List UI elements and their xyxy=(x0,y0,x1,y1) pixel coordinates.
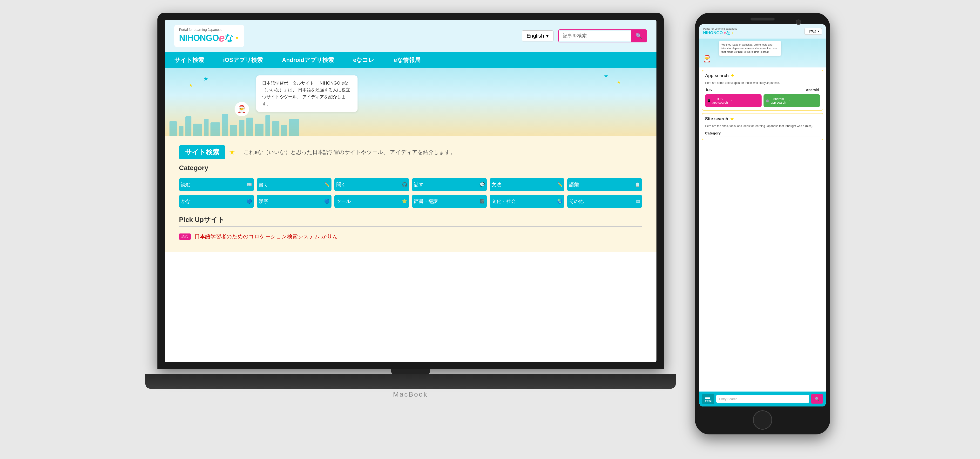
search-submit-button[interactable]: 🔍 xyxy=(631,30,646,42)
site-search-inner: Site search ★ Here are the sites, tools,… xyxy=(702,113,823,140)
cat-label: 語彙 xyxy=(569,181,579,188)
kana-icon: 🔵 xyxy=(247,199,252,204)
section-title-box: サイト検索 xyxy=(179,145,225,159)
deco-star-4: ★ xyxy=(617,80,620,85)
cat-label: 読む xyxy=(181,181,191,188)
ios-platform-label: iOS xyxy=(706,88,712,92)
phone-nihongo: NIHONGO xyxy=(703,30,724,35)
header-right: English ▾ 🔍 xyxy=(522,29,647,43)
building-5 xyxy=(204,119,208,136)
nav-item-android[interactable]: Androidアプリ検索 xyxy=(272,52,344,68)
logo-main: NIHONGO e な ✦ xyxy=(179,32,240,44)
app-search-section: App search ★ Here are some useful apps f… xyxy=(702,70,823,111)
nav-item-site-search[interactable]: サイト検索 xyxy=(165,52,213,68)
cat-label: かな xyxy=(181,198,191,205)
chat-icon: 💬 xyxy=(479,182,485,187)
search-input[interactable] xyxy=(559,30,631,41)
cat-btn-tools[interactable]: ツール ⭐ xyxy=(334,195,409,208)
logo-box: Portal for Learning Japanese NIHONGO e な… xyxy=(174,25,245,47)
building-2 xyxy=(179,126,183,136)
app-search-title-bar: App search ★ xyxy=(705,73,820,78)
cat-label: 書く xyxy=(259,181,268,188)
entry-search-placeholder: Entry Search xyxy=(719,397,737,401)
building-7 xyxy=(222,114,228,136)
cat-label: 漢字 xyxy=(259,198,268,205)
cat-btn-bunpo[interactable]: 文法 ✏️ xyxy=(490,178,564,191)
site-header: Portal for Learning Japanese NIHONGO e な… xyxy=(165,20,657,52)
macbook-label: MacBook xyxy=(393,391,428,398)
cat-btn-hanasu[interactable]: 話す 💬 xyxy=(412,178,487,191)
menu-line-2 xyxy=(705,397,710,397)
section-desc: これeな（いいな）と思った日本語学習のサイトやツール、 アイディアを紹介します。 xyxy=(244,149,456,156)
vocab-icon: 📋 xyxy=(635,182,640,187)
android-app-search-button[interactable]: 🤖 Androidapp search → xyxy=(764,94,820,107)
cat-label: 文化・社会 xyxy=(492,198,515,205)
phone-search-submit-button[interactable]: 🔍 xyxy=(811,394,823,403)
tools-icon: ⭐ xyxy=(402,199,407,204)
ios-app-search-button[interactable]: 📱 iOSapp search → xyxy=(705,94,762,107)
building-15 xyxy=(289,119,299,136)
menu-label: menu xyxy=(705,400,712,402)
cat-btn-other[interactable]: その他 ▦ xyxy=(567,195,642,208)
arrow-right-icon: → xyxy=(729,99,732,102)
pickup-section: Pick Upサイト 読む 日本語学習者のためのコロケーション検索システム かり… xyxy=(179,215,642,243)
mascot-body: 🎅 xyxy=(235,102,249,116)
arrow-right-icon-2: → xyxy=(788,99,791,102)
cat-btn-kanji[interactable]: 漢字 🔵 xyxy=(257,195,331,208)
kanji-icon: 🔵 xyxy=(324,199,329,204)
phone-speech-bubble: We tried loads of websites, online tools… xyxy=(719,41,781,56)
mascot: 🎅 xyxy=(235,102,254,121)
building-6 xyxy=(210,122,220,136)
phone-mascot: 🎅 xyxy=(703,55,711,63)
site-search-title-bar: Site search ★ xyxy=(705,116,820,121)
logo-e: e xyxy=(219,32,225,44)
nav-item-ios[interactable]: iOSアプリ検索 xyxy=(213,52,272,68)
phone-language-button[interactable]: 日本語 ▾ xyxy=(805,28,822,35)
search-bar: 🔍 xyxy=(558,29,647,43)
grammar-icon: ✏️ xyxy=(557,182,562,187)
phone-entry-search: Entry Search xyxy=(716,395,809,403)
book-icon: 📖 xyxy=(247,182,252,187)
app-search-inner: App search ★ Here are some useful apps f… xyxy=(702,70,823,110)
pickup-link[interactable]: 日本語学習者のためのコロケーション検索システム かりん xyxy=(194,233,338,240)
building-14 xyxy=(282,125,287,136)
cat-btn-kiku[interactable]: 聞く 🎧 xyxy=(334,178,409,191)
deco-star-2: ★ xyxy=(189,83,192,88)
dict-icon: 📓 xyxy=(479,199,485,204)
building-4 xyxy=(193,124,202,136)
phone-home-button[interactable] xyxy=(753,410,772,430)
building-12 xyxy=(266,115,270,136)
nav-item-ecollect[interactable]: eなコレ xyxy=(344,52,384,68)
cat-btn-kana[interactable]: かな 🔵 xyxy=(179,195,254,208)
phone-body: Portal for Learning Japanese NIHONGO eな … xyxy=(695,13,830,434)
other-icon: ▦ xyxy=(636,199,640,204)
headphone-icon: 🎧 xyxy=(402,182,407,187)
site-search-desc: Here are the sites, tools, and ideas for… xyxy=(705,124,820,128)
phone-camera-icon xyxy=(796,19,801,25)
cat-label: 話す xyxy=(414,181,423,188)
main-content: サイト検索 ★ これeな（いいな）と思った日本語学習のサイトやツール、 アイディ… xyxy=(165,136,657,252)
cat-btn-dictionary[interactable]: 辞書・翻訳 📓 xyxy=(412,195,487,208)
cat-btn-goi[interactable]: 語彙 📋 xyxy=(567,178,642,191)
phone-device: Portal for Learning Japanese NIHONGO eな … xyxy=(690,13,835,446)
phone-content: App search ★ Here are some useful apps f… xyxy=(699,67,826,392)
phone-header: Portal for Learning Japanese NIHONGO eな … xyxy=(699,24,826,38)
site-search-section: Site search ★ Here are the sites, tools,… xyxy=(702,113,823,140)
chevron-down-icon: ▾ xyxy=(546,33,549,39)
cat-btn-yomu[interactable]: 読む 📖 xyxy=(179,178,254,191)
section-title-bar: サイト検索 ★ これeな（いいな）と思った日本語学習のサイトやツール、 アイディ… xyxy=(179,145,642,159)
app-search-desc: Here are some useful apps for those who … xyxy=(705,81,820,85)
nav-item-info[interactable]: eな情報局 xyxy=(384,52,430,68)
android-btn-label: Androidapp search xyxy=(771,97,786,104)
language-button[interactable]: English ▾ xyxy=(522,30,553,41)
laptop-screen: Portal for Learning Japanese NIHONGO e な… xyxy=(165,20,657,362)
cat-btn-culture[interactable]: 文化・社会 🌏 xyxy=(490,195,564,208)
cat-btn-kaku[interactable]: 書く ✏️ xyxy=(257,178,331,191)
category-heading: Category xyxy=(179,164,642,174)
phone-speaker xyxy=(751,17,775,21)
phone-logo: Portal for Learning Japanese NIHONGO eな … xyxy=(703,27,737,36)
menu-button[interactable]: menu xyxy=(702,394,714,404)
phone-na: な xyxy=(726,30,730,35)
phone-logo-small: Portal for Learning Japanese xyxy=(703,27,737,30)
phone-logo-star: ✦ xyxy=(732,31,734,35)
